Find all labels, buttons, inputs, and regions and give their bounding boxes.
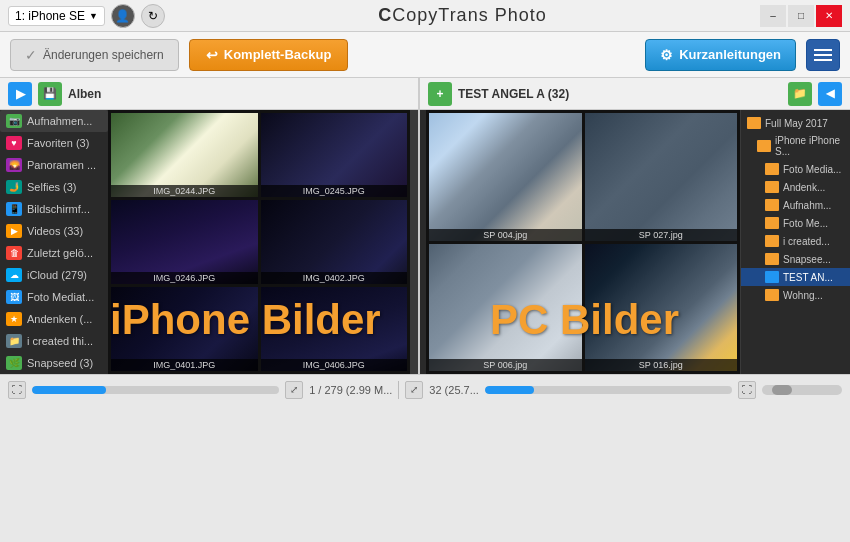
- tree-label-fotomedia2: Foto Media...: [783, 164, 841, 175]
- zoom-expand-left[interactable]: ⤢: [285, 381, 303, 399]
- right-panel: + TEST ANGEL A (32) 📁 ◀ SP 004.jpg SP 02…: [420, 78, 850, 374]
- sidebar-item-aufnahmen[interactable]: 📷 Aufnahmen...: [0, 110, 108, 132]
- photo-cell-2[interactable]: IMG_0246.JPG: [111, 200, 258, 284]
- zoom-expand-right[interactable]: ⤢: [405, 381, 423, 399]
- sidebar-item-bildschirm[interactable]: 📱 Bildschirmf...: [0, 198, 108, 220]
- maximize-button[interactable]: □: [788, 5, 814, 27]
- sidebar-label-icloud: iCloud (279): [27, 269, 87, 281]
- sidebar-item-icloud[interactable]: ☁ iCloud (279): [0, 264, 108, 286]
- save-label: Änderungen speichern: [43, 48, 164, 62]
- zoom-out-btn-left[interactable]: ⛶: [8, 381, 26, 399]
- backup-icon: ↩: [206, 47, 218, 63]
- screenshot-icon: 📱: [6, 202, 22, 216]
- right-photo-cell-0[interactable]: SP 004.jpg: [429, 113, 582, 241]
- sidebar-label-bildschirm: Bildschirmf...: [27, 203, 90, 215]
- right-photo-cell-3[interactable]: SP 016.jpg: [585, 244, 738, 372]
- photo-cell-0[interactable]: IMG_0244.JPG: [111, 113, 258, 197]
- folder-label: TEST ANGEL A (32): [458, 87, 569, 101]
- right-collapse-icon[interactable]: ◀: [818, 82, 842, 106]
- photo-label-5: IMG_0406.JPG: [261, 359, 408, 371]
- statusbar: ⛶ ⤢ 1 / 279 (2.99 M... ⤢ 32 (25.7... ⛶: [0, 374, 850, 404]
- right-progress: [485, 386, 732, 394]
- sidebar-item-favoriten[interactable]: ♥ Favoriten (3): [0, 132, 108, 154]
- panorama-icon: 🌄: [6, 158, 22, 172]
- tree-label-wohng: Wohng...: [783, 290, 823, 301]
- refresh-icon-btn[interactable]: ↻: [141, 4, 165, 28]
- sidebar-item-icreated[interactable]: 📁 i created thi...: [0, 330, 108, 352]
- sidebar-item-videos[interactable]: ▶ Videos (33): [0, 220, 108, 242]
- check-icon: ✓: [25, 47, 37, 63]
- scrollbar-thumb: [772, 385, 792, 395]
- photo-cell-1[interactable]: IMG_0245.JPG: [261, 113, 408, 197]
- right-panel-header: + TEST ANGEL A (32) 📁 ◀: [420, 78, 850, 110]
- tree-label-andenk: Andenk...: [783, 182, 825, 193]
- save-button[interactable]: ✓ Änderungen speichern: [10, 39, 179, 71]
- photo-cell-4[interactable]: IMG_0401.JPG: [111, 287, 258, 371]
- tree-item-testan[interactable]: TEST AN...: [741, 268, 850, 286]
- titlebar: 1: iPhone SE ▼ 👤 ↻ CCopyTrans Photo – □ …: [0, 0, 850, 32]
- sidebar-label-videos: Videos (33): [27, 225, 83, 237]
- sidebar-item-zuletztgeloescht[interactable]: 🗑 Zuletzt gelö...: [0, 242, 108, 264]
- zoom-out-btn-right[interactable]: ⛶: [738, 381, 756, 399]
- sidebar-label-zuletztgeloescht: Zuletzt gelö...: [27, 247, 93, 259]
- tree-item-fullmay[interactable]: Full May 2017: [741, 114, 850, 132]
- tree-item-aufnahm[interactable]: Aufnahm...: [741, 196, 850, 214]
- right-photo-label-1: SP 027.jpg: [585, 229, 738, 241]
- sidebar-label-selfies: Selfies (3): [27, 181, 77, 193]
- sidebar-item-fotomedia[interactable]: 🖼 Foto Mediat...: [0, 286, 108, 308]
- tree-item-icreated[interactable]: i created...: [741, 232, 850, 250]
- tree-item-fotome2[interactable]: Foto Me...: [741, 214, 850, 232]
- photo-label-0: IMG_0244.JPG: [111, 185, 258, 197]
- right-folder-icon[interactable]: 📁: [788, 82, 812, 106]
- right-progress-fill: [485, 386, 534, 394]
- tree-folder-icon-7: [765, 235, 779, 247]
- left-scrollbar[interactable]: [410, 110, 418, 374]
- quickstart-label: Kurzanleitungen: [679, 47, 781, 62]
- tree-label-iphone: iPhone iPhone S...: [775, 135, 844, 157]
- backup-button[interactable]: ↩ Komplett-Backup: [189, 39, 349, 71]
- tree-folder-icon-4: [765, 181, 779, 193]
- tree-folder-icon-5: [765, 199, 779, 211]
- quickstart-button[interactable]: ⚙ Kurzanleitungen: [645, 39, 796, 71]
- right-photo-label-0: SP 004.jpg: [429, 229, 582, 241]
- add-pc-photos-icon[interactable]: +: [428, 82, 452, 106]
- tree-item-wohng[interactable]: Wohng...: [741, 286, 850, 304]
- right-photo-cell-2[interactable]: SP 006.jpg: [429, 244, 582, 372]
- left-progress-fill: [32, 386, 106, 394]
- photo-cell-3[interactable]: IMG_0402.JPG: [261, 200, 408, 284]
- left-page-info: 1 / 279 (2.99 M...: [309, 384, 392, 396]
- sidebar-item-andenken[interactable]: ★ Andenken (...: [0, 308, 108, 330]
- alben-label: Alben: [68, 87, 101, 101]
- device-selector[interactable]: 1: iPhone SE ▼: [8, 6, 105, 26]
- video-icon: ▶: [6, 224, 22, 238]
- close-button[interactable]: ✕: [816, 5, 842, 27]
- sidebar-item-snapseed[interactable]: 🌿 Snapseed (3): [0, 352, 108, 374]
- camera-icon: 📷: [6, 114, 22, 128]
- titlebar-left: 1: iPhone SE ▼ 👤 ↻: [8, 4, 165, 28]
- tree-folder-icon-8: [765, 253, 779, 265]
- tree-item-andenk[interactable]: Andenk...: [741, 178, 850, 196]
- add-iphone-photos-icon[interactable]: 💾: [38, 82, 62, 106]
- tree-label-icreated: i created...: [783, 236, 830, 247]
- sidebar-item-selfies[interactable]: 🤳 Selfies (3): [0, 176, 108, 198]
- iphone-photos-icon[interactable]: ▶: [8, 82, 32, 106]
- right-photo-cell-1[interactable]: SP 027.jpg: [585, 113, 738, 241]
- tree-folder-icon-6: [765, 217, 779, 229]
- sidebar-item-panoramen[interactable]: 🌄 Panoramen ...: [0, 154, 108, 176]
- sidebar: 📷 Aufnahmen... ♥ Favoriten (3) 🌄 Panoram…: [0, 110, 108, 374]
- photo-label-3: IMG_0402.JPG: [261, 272, 408, 284]
- cloud-icon: ☁: [6, 268, 22, 282]
- tree-item-fotomedia[interactable]: Foto Media...: [741, 160, 850, 178]
- photo-cell-5[interactable]: IMG_0406.JPG: [261, 287, 408, 371]
- photo-label-1: IMG_0245.JPG: [261, 185, 408, 197]
- minimize-button[interactable]: –: [760, 5, 786, 27]
- tree-folder-icon: [747, 117, 761, 129]
- right-scrollbar[interactable]: [762, 385, 842, 395]
- menu-button[interactable]: [806, 39, 840, 71]
- tree-item-snapsee[interactable]: Snapsee...: [741, 250, 850, 268]
- app-title: CCopyTrans Photo: [378, 5, 546, 26]
- tree-folder-icon-2: [757, 140, 771, 152]
- user-icon-btn[interactable]: 👤: [111, 4, 135, 28]
- sidebar-label-aufnahmen: Aufnahmen...: [27, 115, 92, 127]
- tree-item-iphoneS[interactable]: iPhone iPhone S...: [741, 132, 850, 160]
